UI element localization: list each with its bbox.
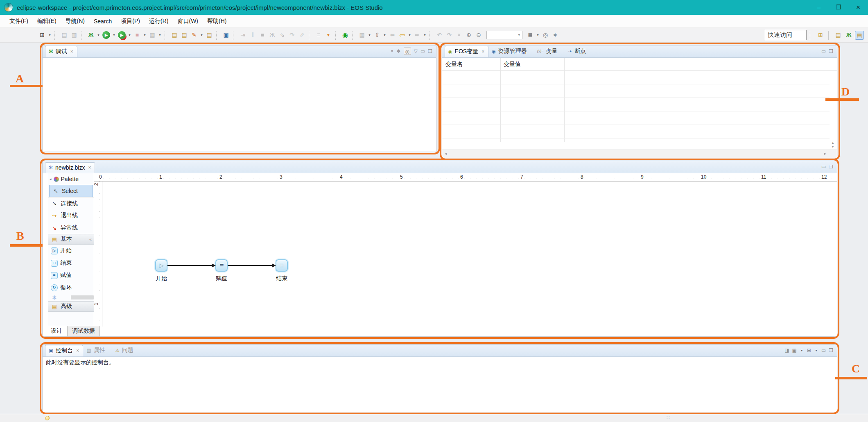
pause-icon[interactable]: ‖	[248, 31, 257, 40]
dropdown-icon[interactable]: ▾	[112, 33, 116, 37]
disconnect-icon[interactable]: Ж	[268, 31, 277, 40]
maximize-icon[interactable]: ❒	[829, 347, 833, 354]
scroll-right-icon[interactable]: ▸	[824, 151, 826, 156]
terminate-icon[interactable]: ■	[258, 31, 267, 40]
separator[interactable]	[81, 31, 84, 40]
active-perspective-icon[interactable]: ▤	[855, 31, 864, 40]
debug-perspective-icon[interactable]: Ж	[844, 31, 853, 40]
separator[interactable]	[828, 31, 830, 40]
separator[interactable]	[335, 31, 338, 40]
separator[interactable]	[309, 31, 312, 40]
task-list-icon[interactable]: ▦	[357, 31, 366, 40]
last-edit-icon[interactable]: ⇧	[373, 31, 382, 40]
back-icon[interactable]: ⇦	[398, 31, 407, 40]
separator[interactable]	[165, 31, 167, 40]
column-value[interactable]: 变量值	[500, 61, 564, 68]
flow-node-icon[interactable]: □	[276, 259, 288, 272]
column-name[interactable]: 变量名	[442, 61, 500, 68]
separator[interactable]	[216, 31, 219, 40]
restore-window-button[interactable]: ❐	[829, 0, 848, 15]
flow-node-icon[interactable]: ▷	[155, 259, 167, 272]
palette-end[interactable]: □ 结束	[48, 257, 94, 269]
lightbulb-icon[interactable]	[45, 416, 50, 420]
menu-run[interactable]: 运行(R)	[145, 16, 173, 27]
filter-icon[interactable]: ▼	[324, 31, 333, 40]
dropdown-icon[interactable]: ▾	[407, 33, 412, 37]
pin-drawer-icon[interactable]: «	[89, 237, 94, 242]
back-disabled-icon[interactable]: ⇦	[388, 31, 397, 40]
flow-node-icon[interactable]: =	[215, 259, 228, 272]
console-icon[interactable]: ▣	[222, 31, 231, 40]
collapse-palette-icon[interactable]: ◂	[50, 177, 52, 181]
scroll-left-icon[interactable]: ◂	[445, 151, 447, 156]
save-icon[interactable]: ▤	[60, 31, 69, 40]
quick-access-input[interactable]	[765, 30, 807, 40]
step-over-icon[interactable]: ↷	[287, 31, 296, 40]
external-tools-icon[interactable]: ∗	[551, 31, 560, 40]
tab-problems[interactable]: ⚠ 问题	[112, 345, 140, 356]
tab-design[interactable]: 设计	[46, 326, 67, 336]
tab-resource-manager[interactable]: ◉ 资源管理器	[488, 46, 534, 57]
close-icon[interactable]: ×	[70, 49, 73, 54]
close-icon[interactable]: ×	[88, 165, 91, 170]
dropdown-icon[interactable]: ▾	[536, 33, 540, 37]
scroll-down-icon[interactable]: ▾	[830, 145, 836, 149]
step-into-icon[interactable]: ⇘	[278, 31, 287, 40]
dropdown-icon[interactable]: ▾	[367, 33, 372, 37]
flow-node-assign[interactable]: = 赋值	[209, 259, 234, 282]
zoom-out-icon[interactable]: ⊖	[474, 31, 483, 40]
tab-variables[interactable]: (x)= 变量	[534, 46, 565, 57]
scroll-up-icon[interactable]: ▴	[830, 141, 836, 145]
export-folder-icon[interactable]: ▤	[205, 31, 214, 40]
open-perspective-icon[interactable]: ⊞	[816, 31, 825, 40]
tab-eos-variables[interactable]: ◉ EOS变量 ×	[445, 46, 488, 57]
zoom-in-icon[interactable]: ⊕	[464, 31, 473, 40]
minimize-icon[interactable]: ▭	[821, 347, 826, 354]
delete-icon[interactable]: ×	[454, 31, 463, 40]
display-console-icon[interactable]: ▣	[792, 347, 796, 354]
tab-breakpoints[interactable]: ◦● 断点	[565, 46, 593, 57]
palette-assign[interactable]: = 赋值	[48, 269, 94, 281]
search-icon[interactable]: ◎	[541, 31, 550, 40]
new-wizard-icon[interactable]: ⊞	[38, 31, 47, 40]
menu-file[interactable]: 文件(F)	[5, 16, 33, 27]
pin-console-icon[interactable]: ◨	[784, 347, 789, 354]
palette-exit-line[interactable]: ↪ 退出线	[48, 209, 94, 222]
separator[interactable]	[233, 31, 236, 40]
tab-console[interactable]: ▣ 控制台 ×	[45, 345, 83, 356]
eos-perspective-icon[interactable]: ▤	[834, 31, 843, 40]
minimize-icon[interactable]: ▭	[821, 48, 826, 55]
separator[interactable]	[429, 31, 432, 40]
horizontal-scrollbar[interactable]: ◂ ▸	[442, 150, 837, 158]
dropdown-icon[interactable]: ▾	[814, 349, 818, 352]
close-icon[interactable]: ×	[76, 348, 79, 354]
import-folder-icon[interactable]: ▤	[180, 31, 189, 40]
palette-header[interactable]: ◂ Palette	[48, 173, 94, 185]
open-folder-icon[interactable]: ▤	[170, 31, 179, 40]
show-selected-icon[interactable]: ≡	[314, 31, 323, 40]
dropdown-icon[interactable]: ▾	[800, 349, 804, 352]
run-server-icon[interactable]: ▶	[118, 31, 126, 39]
palette-loop[interactable]: ↻ 循环	[48, 281, 94, 294]
minimize-icon[interactable]: ▭	[420, 48, 425, 55]
relaunch-icon[interactable]: ▦	[148, 31, 157, 40]
dropdown-icon[interactable]: ▾	[158, 33, 162, 37]
separator[interactable]	[352, 31, 355, 40]
drag-handle-icon[interactable]: ∷	[667, 415, 670, 420]
maximize-icon[interactable]: ❒	[829, 48, 833, 55]
dropdown-icon[interactable]: ▾	[142, 33, 147, 37]
vertical-scrollbar[interactable]: ▴ ▾	[830, 141, 836, 149]
flow-node-start[interactable]: ▷ 开始	[149, 259, 174, 282]
palette-drawer-basic[interactable]: ▤ 基本 «	[48, 234, 94, 245]
undo-icon[interactable]: ↶	[435, 31, 444, 40]
run-icon[interactable]: ▶	[102, 31, 110, 39]
palette-drawer-advanced[interactable]: ▤ 高级	[48, 301, 94, 312]
clear-view-icon[interactable]: ❖	[396, 48, 401, 55]
maximize-icon[interactable]: ❒	[428, 48, 432, 55]
minimize-icon[interactable]: ▭	[821, 163, 826, 170]
menu-navigate[interactable]: 导航(N)	[61, 16, 89, 27]
menu-search[interactable]: Search	[89, 16, 116, 27]
server-start-icon[interactable]: ◉	[341, 31, 350, 40]
zoom-level-combo[interactable]: ▾	[486, 31, 522, 39]
tab-newbiz-bizx[interactable]: ✻ newbiz.bizx ×	[45, 162, 95, 173]
